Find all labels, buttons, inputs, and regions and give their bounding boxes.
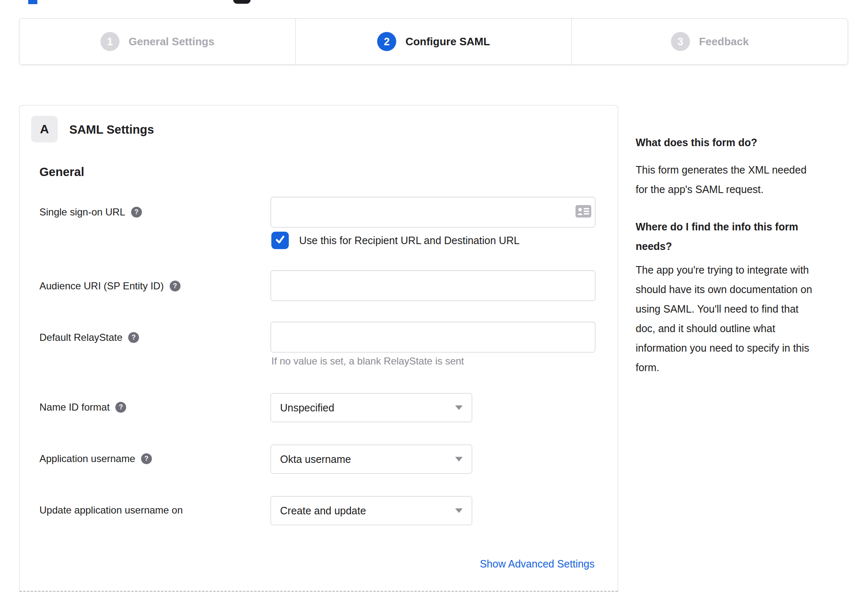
section-a-badge: A xyxy=(31,116,58,142)
help-icon[interactable]: ? xyxy=(170,281,180,291)
help-question-2: Where do I find the info this form needs… xyxy=(636,217,862,256)
help-sidebar: What does this form do? This form genera… xyxy=(636,135,862,377)
application-username-label: Application username ? xyxy=(39,453,152,465)
step-number-badge: 3 xyxy=(671,32,690,51)
help-question-1: What does this form do? xyxy=(636,135,862,149)
clipped-header-dark-icon xyxy=(233,0,251,4)
help-icon[interactable]: ? xyxy=(128,332,139,343)
checkmark-icon xyxy=(274,234,286,247)
select-value: Create and update xyxy=(280,505,366,517)
help-icon[interactable]: ? xyxy=(141,453,152,464)
help-question-line: needs? xyxy=(636,237,862,256)
help-answer-1: This form generates the XML needed for t… xyxy=(636,160,862,199)
help-answer-line: should have its own documentation on xyxy=(636,280,862,299)
field-label-text: Default RelayState xyxy=(39,332,122,343)
update-application-username-label: Update application username on xyxy=(39,504,183,516)
step-number-badge: 2 xyxy=(377,32,396,51)
audience-uri-input[interactable] xyxy=(271,270,595,301)
recipient-url-checkbox[interactable] xyxy=(271,232,289,249)
default-relaystate-label: Default RelayState ? xyxy=(39,332,139,343)
field-label-text: Application username xyxy=(39,453,135,465)
wizard-stepper: 1 General Settings 2 Configure SAML 3 Fe… xyxy=(19,18,848,65)
step-label: Feedback xyxy=(699,35,749,48)
panel-title: SAML Settings xyxy=(69,123,154,137)
help-answer-line: The app you're trying to integrate with xyxy=(636,260,862,280)
field-label-text: Name ID format xyxy=(39,401,110,413)
relaystate-hint-text: If no value is set, a blank RelayState i… xyxy=(271,355,464,367)
step-feedback[interactable]: 3 Feedback xyxy=(571,19,848,64)
help-answer-line: form. xyxy=(636,358,862,377)
single-sign-on-url-input[interactable] xyxy=(271,197,595,228)
step-configure-saml[interactable]: 2 Configure SAML xyxy=(295,19,572,64)
help-answer-line: doc, and it should outline what xyxy=(636,319,862,338)
step-number-badge: 1 xyxy=(100,32,119,51)
chevron-down-icon xyxy=(455,406,463,410)
select-value: Unspecified xyxy=(280,402,334,414)
help-answer-line: for the app's SAML request. xyxy=(636,180,862,199)
help-answer-2: The app you're trying to integrate with … xyxy=(636,260,862,377)
show-advanced-settings-link[interactable]: Show Advanced Settings xyxy=(480,558,595,570)
group-title-general: General xyxy=(39,165,84,179)
contact-card-icon[interactable] xyxy=(575,205,591,219)
application-username-select[interactable]: Okta username xyxy=(271,445,472,474)
audience-uri-label: Audience URI (SP Entity ID) ? xyxy=(39,280,180,292)
field-label-text: Single sign-on URL xyxy=(39,206,125,218)
help-icon[interactable]: ? xyxy=(115,402,126,413)
help-answer-line: using SAML. You'll need to find that xyxy=(636,299,862,319)
help-answer-line: information you need to specify in this xyxy=(636,338,862,358)
chevron-down-icon xyxy=(455,509,463,513)
chevron-down-icon xyxy=(455,457,463,462)
select-value: Okta username xyxy=(280,453,351,465)
help-question-line: Where do I find the info this form xyxy=(636,217,862,237)
single-sign-on-url-label: Single sign-on URL ? xyxy=(39,206,142,218)
step-label: General Settings xyxy=(129,35,215,48)
step-general-settings[interactable]: 1 General Settings xyxy=(20,19,295,64)
clipped-header-blue-icon xyxy=(28,0,37,4)
help-answer-line: This form generates the XML needed xyxy=(636,160,862,180)
help-icon[interactable]: ? xyxy=(131,207,142,218)
step-label: Configure SAML xyxy=(405,35,490,48)
name-id-format-label: Name ID format ? xyxy=(39,401,126,413)
update-application-username-select[interactable]: Create and update xyxy=(271,496,472,525)
saml-settings-panel: A SAML Settings General Single sign-on U… xyxy=(19,105,618,592)
name-id-format-select[interactable]: Unspecified xyxy=(271,393,472,422)
field-label-text: Update application username on xyxy=(39,504,183,516)
recipient-url-checkbox-label: Use this for Recipient URL and Destinati… xyxy=(299,235,519,247)
field-label-text: Audience URI (SP Entity ID) xyxy=(39,280,164,292)
default-relaystate-input[interactable] xyxy=(271,322,595,352)
